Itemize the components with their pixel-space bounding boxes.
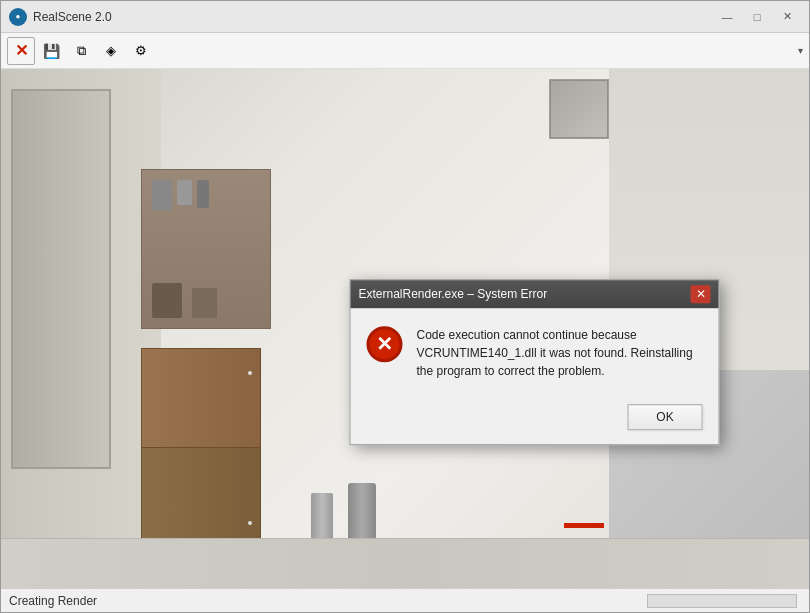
settings-icon: ⚙ (135, 43, 147, 58)
dialog-title: ExternalRender.exe – System Error (359, 287, 691, 301)
status-text: Creating Render (9, 594, 647, 608)
maximize-button[interactable]: □ (743, 7, 771, 27)
scene-red-strip (564, 523, 604, 528)
toolbar-render-button[interactable]: ◈ (97, 37, 125, 65)
dialog-footer: OK (351, 396, 719, 444)
close-window-button[interactable]: ✕ (773, 7, 801, 27)
scene-bottle (311, 493, 333, 538)
scene-shower-head (549, 79, 609, 139)
app-icon: ● (9, 8, 27, 26)
error-icon: ✕ (367, 326, 403, 362)
error-x-icon: ✕ (376, 332, 393, 356)
title-bar: ● RealScene 2.0 — □ ✕ (1, 1, 809, 33)
x-icon: ✕ (15, 43, 28, 59)
content-area: ExternalRender.exe – System Error ✕ ✕ Co… (1, 69, 809, 588)
copy-icon: ⧉ (77, 43, 86, 59)
status-bar: Creating Render (1, 588, 809, 612)
scene-cylinder (348, 483, 376, 538)
minimize-button[interactable]: — (713, 7, 741, 27)
render-icon: ◈ (106, 43, 116, 58)
scene-cabinet (141, 348, 261, 548)
app-window: ● RealScene 2.0 — □ ✕ ✕ 💾 ⧉ ◈ ⚙ ▾ (0, 0, 810, 613)
dialog-title-bar: ExternalRender.exe – System Error ✕ (351, 280, 719, 308)
toolbar-close-button[interactable]: ✕ (7, 37, 35, 65)
scene-shelf (141, 169, 271, 329)
scene-floor (1, 538, 809, 588)
toolbar-copy-button[interactable]: ⧉ (67, 37, 95, 65)
scene-items (311, 483, 376, 538)
progress-bar (647, 594, 797, 608)
toolbar: ✕ 💾 ⧉ ◈ ⚙ ▾ (1, 33, 809, 69)
dialog-body: ✕ Code execution cannot continue because… (351, 308, 719, 396)
scroll-arrow-icon[interactable]: ▾ (798, 45, 803, 56)
error-message: Code execution cannot continue because V… (417, 326, 703, 380)
toolbar-save-button[interactable]: 💾 (37, 37, 65, 65)
save-icon: 💾 (43, 43, 60, 59)
error-dialog: ExternalRender.exe – System Error ✕ ✕ Co… (350, 279, 720, 445)
dialog-close-button[interactable]: ✕ (691, 285, 711, 303)
toolbar-settings-button[interactable]: ⚙ (127, 37, 155, 65)
ok-button[interactable]: OK (628, 404, 703, 430)
window-controls: — □ ✕ (713, 7, 801, 27)
scene-door (11, 89, 111, 469)
app-title: RealScene 2.0 (33, 10, 713, 24)
toolbar-scroll: ▾ (798, 45, 803, 56)
